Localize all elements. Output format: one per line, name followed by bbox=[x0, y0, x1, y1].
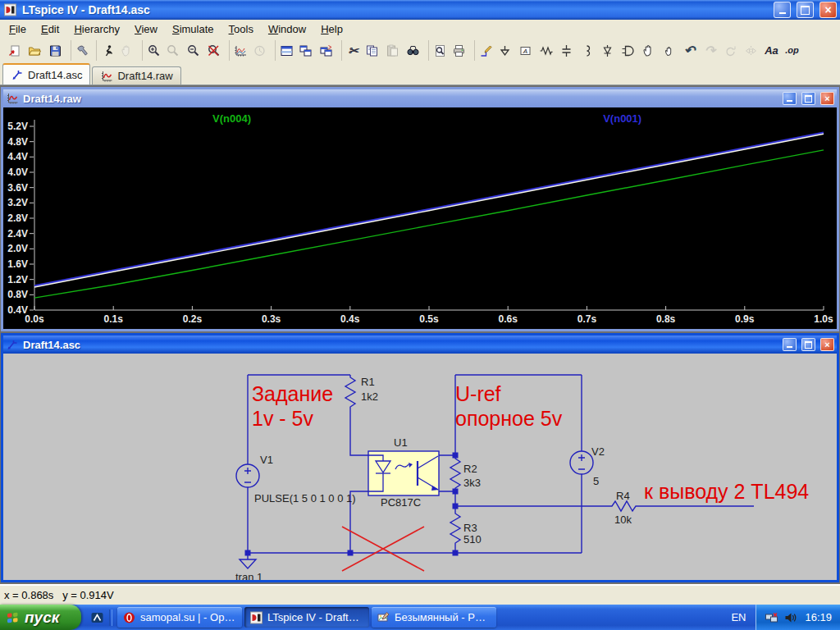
wire-icon bbox=[479, 44, 493, 57]
app-titlebar: LTspice IV - Draft14.asc × bbox=[0, 0, 840, 20]
sch-close-button[interactable]: × bbox=[820, 338, 834, 351]
menu-item[interactable]: Hierarchy bbox=[66, 21, 127, 38]
network-status[interactable] bbox=[765, 611, 779, 624]
y-tick-label: 4.0V bbox=[7, 167, 28, 178]
trace-label-0[interactable]: V(n004) bbox=[212, 112, 251, 125]
menu-item[interactable]: Edit bbox=[34, 21, 66, 38]
taskbar-separator bbox=[109, 609, 112, 626]
y-tick-label: 2.8V bbox=[7, 212, 28, 224]
place-capacitor-button[interactable] bbox=[556, 40, 577, 61]
y-tick-label: 0.8V bbox=[7, 289, 28, 300]
print-preview-button[interactable] bbox=[428, 40, 449, 61]
toolbar: ✂A↶↷Aa.op bbox=[0, 38, 840, 64]
r4-value: 10k bbox=[614, 514, 632, 526]
optocoupler-u1[interactable] bbox=[368, 451, 439, 495]
close-button[interactable]: × bbox=[819, 2, 837, 18]
find-button[interactable] bbox=[403, 40, 423, 61]
waveform-window-titlebar[interactable]: Draft14.raw × bbox=[3, 89, 837, 107]
tile-vertical-button[interactable] bbox=[295, 40, 316, 61]
wave-maximize-button[interactable] bbox=[801, 92, 815, 105]
place-diode-button[interactable] bbox=[597, 40, 618, 61]
document-tabbar: Draft14.asc Draft14.raw bbox=[0, 63, 840, 85]
resistor-icon bbox=[539, 44, 553, 57]
waveform-plot-canvas[interactable]: 0.4V0.8V1.2V1.6V2.0V2.4V2.8V3.2V3.6V4.0V… bbox=[3, 107, 835, 329]
new-schematic-button[interactable] bbox=[4, 40, 25, 61]
taskbar-clock[interactable]: 16:19 bbox=[805, 611, 832, 623]
start-button[interactable]: пуск bbox=[0, 605, 81, 630]
place-ground-button[interactable] bbox=[495, 40, 515, 61]
open-file-button[interactable] bbox=[25, 40, 45, 61]
place-label-button[interactable]: A bbox=[515, 40, 536, 61]
draw-wire-button[interactable] bbox=[474, 40, 495, 61]
place-text-button[interactable]: Aa bbox=[761, 40, 782, 61]
menu-item[interactable]: View bbox=[127, 21, 165, 38]
minimize-button[interactable] bbox=[774, 2, 791, 18]
zoom-out-button[interactable] bbox=[183, 40, 203, 61]
volume[interactable] bbox=[783, 611, 798, 624]
place-component-button[interactable] bbox=[618, 40, 638, 61]
trace-0 bbox=[34, 150, 824, 298]
drag-button[interactable] bbox=[659, 40, 679, 61]
x-tick-label: 0.9s bbox=[735, 313, 755, 325]
autorange-y-axis-button[interactable] bbox=[229, 40, 249, 61]
schematic-canvas[interactable]: R1 1k2 U1 PC817C V1 PULSE(1 5 0 1 0 0 1)… bbox=[3, 354, 835, 580]
trace-1 bbox=[34, 134, 824, 287]
trace-halo-1 bbox=[34, 133, 824, 286]
trace-label-1[interactable]: V(n001) bbox=[603, 112, 641, 125]
cut-button[interactable]: ✂ bbox=[341, 40, 362, 61]
run-simulation-button[interactable] bbox=[96, 40, 116, 61]
place-resistor-button[interactable] bbox=[536, 40, 556, 61]
cascade-windows-button[interactable] bbox=[316, 40, 336, 61]
undo-icon: ↶ bbox=[684, 44, 695, 57]
tab-draft14-asc[interactable]: Draft14.asc bbox=[2, 63, 90, 84]
v2-ref: V2 bbox=[591, 445, 605, 458]
wave-close-button[interactable]: × bbox=[820, 92, 834, 105]
control-panel-button[interactable] bbox=[71, 40, 91, 61]
undo-button[interactable]: ↶ bbox=[679, 40, 700, 61]
sch-maximize-button[interactable] bbox=[801, 338, 815, 351]
x-tick-label: 0.3s bbox=[262, 313, 281, 325]
windows-flag-icon bbox=[6, 611, 20, 624]
annotation-task-2: 1v - 5v bbox=[252, 407, 314, 430]
menu-item[interactable]: Tools bbox=[221, 21, 261, 38]
minimize-icon bbox=[787, 342, 792, 348]
sch-minimize-button[interactable] bbox=[783, 338, 797, 351]
restore-button[interactable] bbox=[797, 2, 814, 18]
wave-minimize-button[interactable] bbox=[783, 92, 797, 105]
task-paint[interactable]: Безымянный - Paint bbox=[372, 607, 496, 628]
copy-button[interactable] bbox=[362, 40, 382, 61]
task-ltspice[interactable]: LTspice IV - Draft14.asc bbox=[244, 607, 369, 628]
zoom-back-button[interactable] bbox=[162, 40, 183, 61]
x-tick-label: 0.6s bbox=[499, 313, 518, 325]
zoom-full-extents-button[interactable] bbox=[203, 40, 224, 61]
pause-simulation-button[interactable] bbox=[249, 40, 270, 61]
tile-horizontal-button[interactable] bbox=[275, 40, 295, 61]
paste-button[interactable] bbox=[382, 40, 403, 61]
schematic-window-titlebar[interactable]: Draft14.asc × bbox=[3, 336, 837, 354]
spice-directive-button[interactable]: .op bbox=[782, 40, 802, 61]
mirror-button[interactable] bbox=[741, 40, 761, 61]
menu-item[interactable]: Window bbox=[261, 21, 313, 38]
save-button[interactable] bbox=[45, 40, 66, 61]
tab-label: Draft14.raw bbox=[117, 70, 172, 82]
quick-launch-button[interactable] bbox=[88, 609, 106, 627]
tab-draft14-raw[interactable]: Draft14.raw bbox=[92, 66, 180, 84]
r3-value: 510 bbox=[463, 533, 482, 546]
halt-button[interactable] bbox=[116, 40, 137, 61]
zoom-in-button[interactable] bbox=[142, 40, 162, 61]
tileh-icon bbox=[280, 44, 294, 57]
print-button[interactable] bbox=[449, 40, 469, 61]
menu-item[interactable]: File bbox=[2, 21, 34, 38]
volume-icon bbox=[783, 611, 797, 624]
task-opera[interactable]: samopal.su | - Opera ... bbox=[117, 607, 242, 628]
run-icon bbox=[101, 44, 115, 57]
menu-item[interactable]: Simulate bbox=[165, 21, 221, 38]
place-inductor-button[interactable] bbox=[577, 40, 597, 61]
close-icon: × bbox=[824, 4, 831, 16]
redo-button[interactable]: ↷ bbox=[700, 40, 720, 61]
menu-item[interactable]: Help bbox=[313, 21, 350, 38]
waveform-window-icon bbox=[6, 92, 20, 105]
language-indicator[interactable]: EN bbox=[731, 611, 746, 623]
move-button[interactable] bbox=[638, 40, 659, 61]
rotate-button[interactable] bbox=[720, 40, 741, 61]
